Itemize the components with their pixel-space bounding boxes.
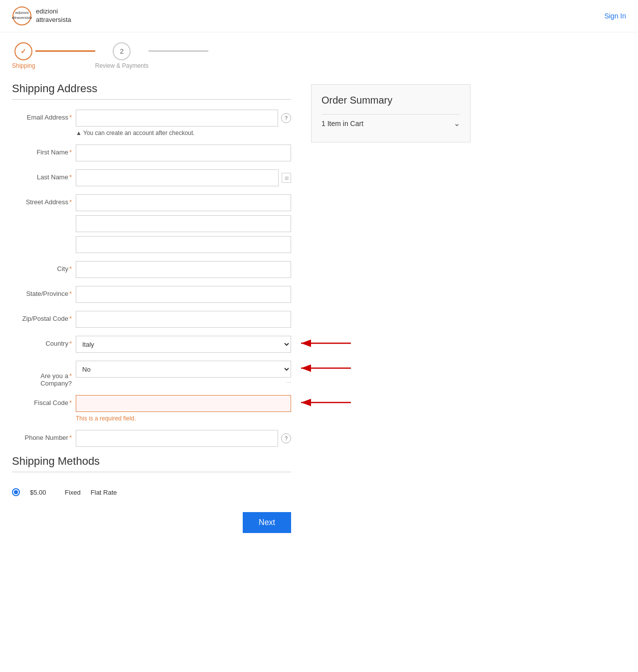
logo-text: edizioni attraversista	[36, 7, 71, 24]
sidebar-section: Order Summary 1 Item in Cart ⌄	[311, 74, 471, 543]
phone-row: Phone Number* ?	[12, 430, 291, 447]
city-label: City*	[12, 261, 72, 272]
fiscal-code-input-wrap: This is a required field.	[76, 395, 291, 422]
phone-input-wrap: ?	[76, 430, 291, 447]
logo-icon: edizioni attraversista	[12, 6, 32, 26]
city-input-wrap	[76, 261, 291, 278]
svg-text:attraversista: attraversista	[12, 15, 32, 20]
shipping-methods-title: Shipping Methods	[12, 455, 291, 468]
email-input[interactable]	[76, 110, 278, 127]
arrow-fiscal	[296, 395, 356, 415]
resize-handle: ⋯	[76, 380, 291, 385]
country-select[interactable]: Italy United States France Germany	[76, 336, 291, 353]
last-name-icon: ⊞	[282, 173, 291, 183]
step-2-review: 2 Review & Payments	[95, 42, 149, 69]
street-row: Street Address*	[12, 194, 291, 253]
fiscal-code-label: Fiscal Code*	[12, 395, 72, 406]
zip-label: Zip/Postal Code*	[12, 311, 72, 322]
method-name: Flat Rate	[91, 489, 117, 496]
last-name-input-wrap: ⊞	[76, 169, 291, 186]
last-name-input[interactable]	[76, 169, 279, 186]
button-row: Next	[12, 502, 291, 543]
zip-input[interactable]	[76, 311, 291, 328]
arrow-company	[296, 361, 356, 381]
last-name-row: Last Name* ⊞	[12, 169, 291, 186]
method-type: Fixed	[65, 489, 81, 496]
order-summary-title: Order Summary	[321, 95, 460, 106]
email-input-wrap: ? ▲ You can create an account after chec…	[76, 110, 291, 136]
email-info-text: ▲ You can create an account after checko…	[76, 130, 291, 136]
progress-bar: ✓ Shipping 2 Review & Payments	[0, 32, 638, 74]
logo: edizioni attraversista edizioni attraver…	[12, 6, 71, 26]
chevron-down-icon: ⌄	[454, 119, 460, 128]
phone-input[interactable]	[76, 430, 278, 447]
order-summary-box: Order Summary 1 Item in Cart ⌄	[311, 84, 471, 142]
arrow-country	[296, 336, 356, 356]
section-divider-1	[12, 99, 291, 100]
zip-row: Zip/Postal Code*	[12, 311, 291, 328]
phone-input-row: ?	[76, 430, 291, 447]
email-label: Email Address*	[12, 110, 72, 121]
first-name-row: First Name*	[12, 144, 291, 161]
step-2-circle: 2	[113, 42, 131, 60]
cart-summary-row[interactable]: 1 Item in Cart ⌄	[321, 114, 460, 132]
method-price: $5.00	[30, 489, 55, 496]
state-row: State/Province*	[12, 286, 291, 303]
next-button[interactable]: Next	[243, 512, 291, 533]
last-name-input-row: ⊞	[76, 169, 291, 186]
country-input-wrap: Italy United States France Germany	[76, 336, 291, 353]
section-divider-2	[12, 472, 291, 472]
state-input-wrap	[76, 286, 291, 303]
city-input[interactable]	[76, 261, 291, 278]
shipping-method-row: $5.00 Fixed Flat Rate	[12, 482, 291, 502]
first-name-label: First Name*	[12, 144, 72, 156]
fiscal-code-input[interactable]	[76, 395, 291, 412]
street-input-3[interactable]	[76, 236, 291, 253]
company-select[interactable]: No Yes	[76, 361, 291, 378]
country-label: Country*	[12, 336, 72, 347]
email-help-icon[interactable]: ?	[281, 113, 291, 123]
street-input-wrap	[76, 194, 291, 253]
phone-label: Phone Number*	[12, 430, 72, 441]
shipping-radio[interactable]	[12, 488, 20, 496]
city-row: City*	[12, 261, 291, 278]
street-input-2[interactable]	[76, 215, 291, 232]
street-input-1[interactable]	[76, 194, 291, 211]
sign-in-link[interactable]: Sign In	[604, 12, 626, 20]
country-row: Country* Italy United States France Germ…	[12, 336, 291, 353]
svg-text:edizioni: edizioni	[15, 10, 28, 15]
state-input[interactable]	[76, 286, 291, 303]
street-label: Street Address*	[12, 194, 72, 206]
cart-summary-label: 1 Item in Cart	[321, 120, 363, 128]
main-content: Shipping Address Email Address* ? ▲ You …	[0, 74, 638, 543]
progress-connector-2	[149, 50, 208, 52]
last-name-label: Last Name*	[12, 169, 72, 181]
phone-help-icon[interactable]: ?	[281, 433, 291, 443]
company-label: Are you a*Company?	[12, 361, 72, 387]
shipping-address-title: Shipping Address	[12, 82, 291, 95]
step-2-label: Review & Payments	[95, 62, 149, 69]
step-1-circle: ✓	[14, 42, 32, 60]
fiscal-code-error: This is a required field.	[76, 415, 291, 422]
first-name-input[interactable]	[76, 144, 291, 161]
first-name-input-wrap	[76, 144, 291, 161]
step-1-shipping: ✓ Shipping	[12, 42, 35, 69]
company-input-wrap: No Yes ⋯	[76, 361, 291, 385]
state-label: State/Province*	[12, 286, 72, 297]
form-section: Shipping Address Email Address* ? ▲ You …	[12, 74, 291, 543]
email-row: Email Address* ? ▲ You can create an acc…	[12, 110, 291, 136]
step-1-label: Shipping	[12, 62, 35, 69]
header: edizioni attraversista edizioni attraver…	[0, 0, 638, 32]
email-input-row: ?	[76, 110, 291, 127]
progress-connector	[35, 50, 95, 52]
company-row: Are you a*Company? No Yes ⋯	[12, 361, 291, 387]
zip-input-wrap	[76, 311, 291, 328]
fiscal-code-row: Fiscal Code* This is a required field.	[12, 395, 291, 422]
